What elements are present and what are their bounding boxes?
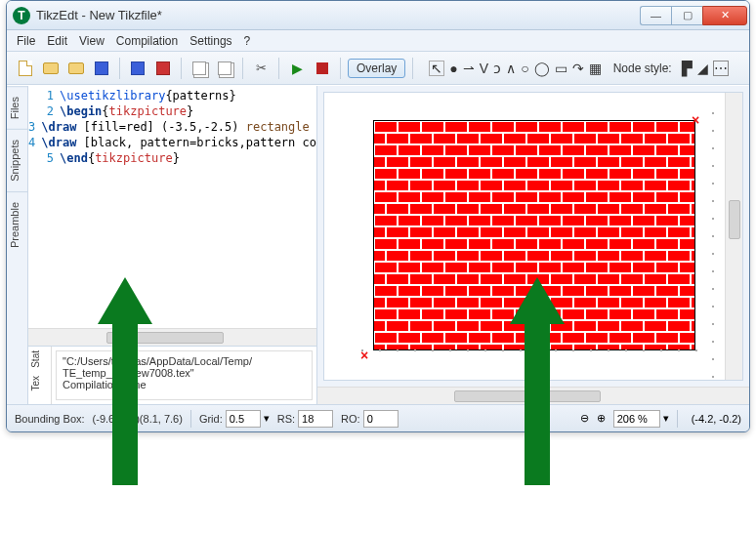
separator: [181, 58, 182, 79]
draw-tools: ↖ ● ⇀ V ↄ ∧ ○ ◯ ▭ ↷ ▦: [426, 61, 601, 76]
path-tool-icon[interactable]: V: [480, 61, 488, 76]
separator: [119, 58, 120, 79]
rs-field: RS:: [277, 410, 333, 428]
menu-settings[interactable]: Settings: [189, 34, 231, 48]
ro-field: RO:: [341, 410, 399, 428]
bezier-tool-icon[interactable]: ↄ: [493, 61, 501, 76]
arc2-tool-icon[interactable]: ↷: [572, 61, 584, 76]
rs-input[interactable]: [298, 410, 333, 428]
ro-label: RO:: [341, 413, 360, 425]
maximize-button[interactable]: ▢: [671, 6, 702, 25]
minimize-button[interactable]: —: [640, 6, 671, 25]
line-number: 4: [28, 135, 41, 150]
ellipse-tool-icon[interactable]: ◯: [534, 61, 550, 76]
style-flag-icon[interactable]: ▛: [682, 61, 693, 76]
output-tab-tex[interactable]: Tex: [28, 372, 51, 395]
style-flag2-icon[interactable]: ◢: [697, 61, 708, 76]
dropdown-icon[interactable]: ▾: [663, 412, 669, 425]
zoom-input[interactable]: [613, 410, 660, 428]
annotation-arrow: [510, 277, 565, 485]
left-panel: 1\usetikzlibrary{patterns}2\begin{tikzpi…: [28, 86, 317, 404]
code-text[interactable]: \end{tikzpicture}: [60, 150, 316, 166]
app-icon: T: [13, 7, 30, 24]
code-line[interactable]: 2\begin{tikzpicture}: [28, 103, 316, 119]
side-tabs: Files Snippets Preamble: [7, 86, 28, 404]
code-editor[interactable]: 1\usetikzlibrary{patterns}2\begin{tikzpi…: [28, 86, 316, 328]
separator: [278, 58, 279, 79]
sidetab-snippets[interactable]: Snippets: [7, 129, 27, 191]
grid-label: Grid:: [199, 413, 223, 425]
cut-button[interactable]: ✂: [250, 58, 272, 79]
select-tool-icon[interactable]: ↖: [429, 61, 444, 76]
code-text[interactable]: \usetikzlibrary{patterns}: [60, 88, 316, 103]
line-number: 1: [28, 88, 60, 103]
arc-tool-icon[interactable]: ∧: [506, 61, 516, 76]
output-tab-stat[interactable]: Stat: [28, 347, 51, 372]
code-line[interactable]: 1\usetikzlibrary{patterns}: [28, 88, 316, 103]
code-text[interactable]: \begin{tikzpicture}: [60, 103, 316, 119]
code-line[interactable]: 4\draw [black, pattern=bricks,pattern co…: [28, 135, 316, 150]
menu-compilation[interactable]: Compilation: [116, 34, 178, 48]
toolbar: ✂ ▶ Overlay ↖ ● ⇀ V ↄ ∧ ○ ◯ ▭ ↷ ▦ Node s…: [7, 52, 749, 85]
code-text[interactable]: \draw [black, pattern=bricks,pattern col…: [41, 135, 316, 150]
style-more-icon[interactable]: ⋯: [713, 61, 729, 76]
save-button[interactable]: [91, 58, 112, 79]
paste-button[interactable]: [214, 58, 235, 79]
separator: [340, 58, 341, 79]
menu-view[interactable]: View: [79, 34, 105, 48]
node-tool-icon[interactable]: ●: [449, 61, 457, 76]
grid-field: Grid: ▾: [199, 410, 270, 428]
copy-button[interactable]: [189, 58, 210, 79]
output-tabs: Stat Tex: [28, 347, 52, 404]
edge-tool-icon[interactable]: ⇀: [463, 61, 475, 76]
dropdown-icon[interactable]: ▾: [264, 412, 270, 425]
window-buttons: — ▢ ✕: [640, 6, 747, 25]
rs-label: RS:: [277, 413, 295, 425]
separator: [677, 410, 678, 428]
bbox-label: Bounding Box:: [15, 413, 85, 425]
code-line[interactable]: 5\end{tikzpicture}: [28, 150, 316, 166]
line-number: 5: [28, 150, 60, 166]
ruler-dots-y: [710, 112, 716, 347]
zoom-in-icon[interactable]: ⊕: [597, 412, 606, 425]
output-text: "C:/Users/thomas/AppData/Local/Temp/ TE_…: [56, 350, 313, 400]
separator: [242, 58, 243, 79]
code-line[interactable]: 3\draw [fill=red] (-3.5,-2.5) rectangle …: [28, 119, 316, 135]
circle-tool-icon[interactable]: ○: [521, 61, 528, 76]
grid-tool-icon[interactable]: ▦: [589, 61, 602, 76]
menu-file[interactable]: File: [17, 34, 35, 48]
line-number: 2: [28, 103, 60, 119]
overlay-toggle[interactable]: Overlay: [348, 59, 405, 78]
zoom-out-icon[interactable]: ⊖: [580, 412, 589, 425]
compile-button[interactable]: ▶: [286, 58, 308, 79]
output-panel: Stat Tex "C:/Users/thomas/AppData/Local/…: [28, 346, 316, 404]
editor-hscroll[interactable]: [28, 328, 316, 346]
separator: [190, 410, 191, 428]
menu-help[interactable]: ?: [244, 34, 251, 48]
sidetab-files[interactable]: Files: [7, 86, 27, 129]
close-button[interactable]: ✕: [702, 6, 747, 25]
window-title: TikzEdt - New Tikzfile*: [36, 8, 640, 22]
open-recent-button[interactable]: [65, 58, 87, 79]
rect-tool-icon[interactable]: ▭: [555, 61, 567, 76]
grid-input[interactable]: [226, 410, 261, 428]
open-button[interactable]: [40, 58, 62, 79]
export-pdf-button[interactable]: [152, 58, 174, 79]
preview-vscroll[interactable]: [725, 93, 742, 380]
line-number: 3: [28, 119, 41, 135]
menu-edit[interactable]: Edit: [47, 34, 67, 48]
code-text[interactable]: \draw [fill=red] (-3.5,-2.5) rectangle (…: [41, 119, 316, 135]
separator: [412, 58, 413, 79]
anchor-marker-icon: ×: [692, 112, 699, 128]
save-all-button[interactable]: [127, 58, 148, 79]
new-file-button[interactable]: [15, 58, 36, 79]
sidetab-preamble[interactable]: Preamble: [7, 191, 27, 258]
ro-input[interactable]: [363, 410, 399, 428]
stop-button[interactable]: [312, 58, 333, 79]
titlebar: T TikzEdt - New Tikzfile* — ▢ ✕: [7, 1, 749, 30]
node-style-label: Node style:: [613, 62, 672, 75]
cursor-coords: (-4.2, -0.2): [692, 413, 741, 425]
menu-bar: File Edit View Compilation Settings ?: [7, 30, 749, 52]
annotation-arrow: [98, 277, 152, 485]
node-style-group: ▛ ◢ ⋯: [682, 61, 729, 76]
